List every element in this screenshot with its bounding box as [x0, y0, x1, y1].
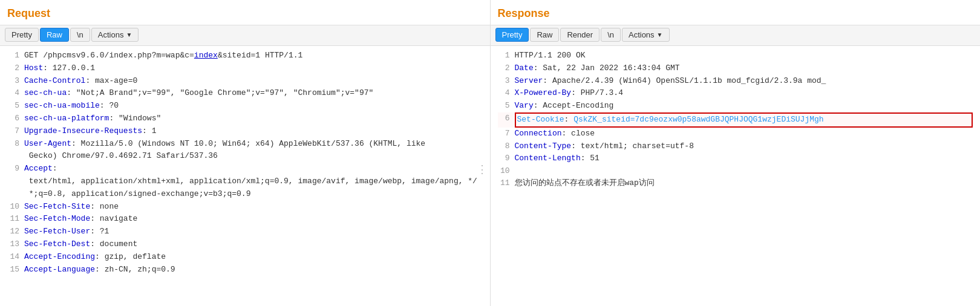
table-row: 7 Connection: close: [498, 128, 973, 140]
response-actions-chevron-icon: ▼: [657, 31, 663, 38]
table-row: 10 Sec-Fetch-Site: none: [7, 201, 483, 213]
request-toolbar: Pretty Raw \n Actions ▼: [0, 25, 490, 46]
table-row: 10: [498, 165, 973, 177]
response-pretty-btn[interactable]: Pretty: [495, 28, 529, 42]
table-row: 1 HTTP/1.1 200 OK: [498, 50, 973, 62]
response-render-btn[interactable]: Render: [560, 28, 599, 42]
table-row: 14 Accept-Encoding: gzip, deflate: [7, 251, 483, 264]
response-title: Response: [491, 5, 981, 25]
table-row: 6 sec-ch-ua-platform: "Windows": [7, 112, 483, 125]
response-content: 1 HTTP/1.1 200 OK 2 Date: Sat, 22 Jan 20…: [491, 46, 981, 306]
table-row: 11 Sec-Fetch-Mode: navigate: [7, 213, 483, 226]
table-row: 12 Sec-Fetch-User: ?1: [7, 226, 483, 238]
table-row: 5 Vary: Accept-Encoding: [498, 100, 973, 112]
request-content: 1 GET /phpcmsv9.6.0/index.php?m=wap&c=in…: [0, 46, 490, 306]
url-highlight: index: [194, 51, 218, 60]
request-actions-btn[interactable]: Actions ▼: [91, 28, 139, 42]
table-row: 8 User-Agent: Mozilla/5.0 (Windows NT 10…: [7, 138, 483, 163]
request-actions-chevron-icon: ▼: [126, 31, 132, 38]
table-row: 2 Date: Sat, 22 Jan 2022 16:43:04 GMT: [498, 62, 973, 75]
table-row: 13 Sec-Fetch-Dest: document: [7, 238, 483, 251]
response-raw-btn[interactable]: Raw: [530, 28, 559, 42]
table-row: 4 sec-ch-ua: "Not;A Brand";v="99", "Goog…: [7, 87, 483, 100]
request-title: Request: [0, 5, 490, 25]
response-actions-btn[interactable]: Actions ▼: [622, 28, 670, 42]
response-panel: Response Pretty Raw Render \n Actions ▼ …: [491, 0, 981, 306]
response-newline-btn[interactable]: \n: [601, 28, 621, 42]
scroll-indicator: ⋮: [477, 163, 488, 176]
response-toolbar: Pretty Raw Render \n Actions ▼: [491, 25, 981, 46]
table-row: 9 Accept: text/html, application/xhtml+x…: [7, 163, 483, 200]
table-row: 3 Server: Apache/2.4.39 (Win64) OpenSSL/…: [498, 75, 973, 88]
table-row: 2 Host: 127.0.0.1: [7, 62, 483, 75]
table-row: 8 Content-Type: text/html; charset=utf-8: [498, 140, 973, 153]
request-panel: Request Pretty Raw \n Actions ▼ 1 GET /p…: [0, 0, 491, 306]
table-row: 7 Upgrade-Insecure-Requests: 1: [7, 125, 483, 138]
table-row: 9 Content-Length: 51: [498, 152, 973, 165]
table-row: 3 Cache-Control: max-age=0: [7, 75, 483, 88]
table-row: 5 sec-ch-ua-mobile: ?0: [7, 100, 483, 112]
table-row: 15 Accept-Language: zh-CN, zh;q=0.9: [7, 264, 483, 276]
request-pretty-btn[interactable]: Pretty: [5, 28, 39, 42]
table-row: 1 GET /phpcmsv9.6.0/index.php?m=wap&c=in…: [7, 50, 483, 62]
table-row: 4 X-Powered-By: PHP/7.3.4: [498, 87, 973, 100]
response-set-cookie-row: 6 Set-Cookie: QskZK_siteid=7dc9eozxw0p58…: [498, 112, 973, 128]
table-row: 11 您访问的站点不存在或者未开启wap访问: [498, 177, 973, 190]
request-raw-btn[interactable]: Raw: [40, 28, 69, 42]
request-newline-btn[interactable]: \n: [70, 28, 90, 42]
